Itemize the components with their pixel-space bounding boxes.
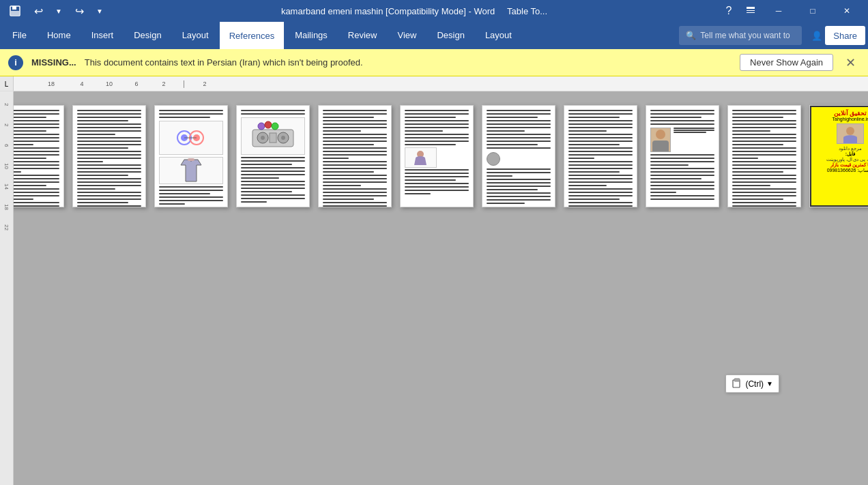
page-6-content	[401, 106, 473, 207]
svg-rect-11	[188, 158, 194, 161]
page-2[interactable]	[72, 105, 146, 207]
page-8-content	[564, 106, 637, 207]
page-5-text	[323, 110, 387, 207]
tab-layout[interactable]: Layout	[173, 22, 218, 49]
svg-point-16	[281, 136, 285, 140]
tab-title-text: Table To...	[507, 6, 547, 16]
tab-mailings[interactable]: Mailings	[285, 22, 337, 49]
title-text: kamarband emeni mashin [Compatibility Mo…	[281, 6, 495, 16]
ad-photo-svg	[838, 124, 863, 143]
svg-rect-24	[734, 379, 740, 381]
tab-design[interactable]: Design	[124, 22, 171, 49]
ruler-corner[interactable]: L	[0, 76, 14, 91]
ribbon-search-box[interactable]: 🔍 Tell me what you want to	[679, 26, 802, 45]
gear-image	[249, 119, 297, 153]
svg-rect-3	[747, 7, 755, 9]
tab-layout2[interactable]: Layout	[476, 22, 521, 49]
page-6[interactable]	[400, 105, 474, 207]
page-7-text	[487, 110, 551, 205]
redo-icon[interactable]: ↪	[70, 1, 89, 20]
ctrl-paste-popup[interactable]: (Ctrl) ▼	[725, 374, 779, 393]
page-10[interactable]	[727, 105, 801, 207]
ribbon-display-icon[interactable]	[741, 1, 760, 20]
page-1[interactable]	[14, 105, 64, 207]
vruler-num-2: 2	[3, 115, 10, 135]
page-6-text-top	[405, 110, 469, 146]
search-placeholder: Tell me what you want to	[700, 31, 790, 40]
page-10-text	[732, 110, 796, 207]
tab-review[interactable]: Review	[338, 22, 387, 49]
page-9-text-top	[650, 110, 714, 126]
ctrl-dropdown-icon[interactable]: ▼	[766, 380, 773, 387]
page-9-text-bottom	[650, 154, 714, 201]
tab-references[interactable]: References	[220, 22, 284, 49]
page-9-content	[646, 106, 719, 207]
small-figure	[409, 149, 433, 166]
help-icon[interactable]: ?	[719, 1, 738, 20]
svg-point-20	[272, 123, 278, 130]
ad-site-label: تحقیق آنلاین	[814, 110, 868, 117]
svg-point-22	[846, 127, 854, 135]
figure-image	[171, 123, 212, 153]
page-11[interactable]: تحقیق آنلاین Tahghighonline.ir مرجع دانل…	[809, 105, 868, 207]
page-3-text-bottom	[159, 186, 223, 207]
search-icon: 🔍	[686, 31, 696, 40]
maximize-button[interactable]: □	[797, 0, 828, 22]
page-8[interactable]	[564, 105, 637, 207]
vruler-num-6: 18	[3, 196, 10, 217]
page-2-text	[77, 110, 141, 207]
tab-home[interactable]: Home	[38, 22, 81, 49]
document-canvas[interactable]: تحقیق آنلاین Tahghighonline.ir مرجع دانل…	[14, 91, 868, 485]
document-title: kamarband emeni mashin [Compatibility Mo…	[109, 6, 719, 16]
main-content-area: 2 2 6 10 14 18 22	[0, 91, 868, 485]
minimize-button[interactable]: ─	[763, 0, 794, 22]
svg-rect-1	[12, 6, 16, 10]
notification-missing-label: MISSING...	[31, 57, 76, 68]
notification-close-icon[interactable]: ✕	[841, 55, 860, 70]
clothing-figure	[177, 158, 205, 183]
page-7[interactable]	[482, 105, 555, 207]
page-3-text-top	[159, 110, 223, 119]
ad-image-area	[814, 123, 868, 144]
ad-header: تحقیق آنلاین Tahghighonline.ir	[814, 110, 868, 121]
ad-file-label: فایل:	[814, 151, 868, 157]
tab-insert[interactable]: Insert	[82, 22, 124, 49]
horizontal-ruler: L 18 4 10 6 2 │ 2	[0, 76, 868, 91]
customize-icon[interactable]: ▼	[90, 1, 109, 20]
pages-row: تحقیق آنلاین Tahghighonline.ir مرجع دانل…	[14, 105, 868, 207]
title-bar: ↩ ▼ ↪ ▼ kamarband emeni mashin [Compatib…	[0, 0, 868, 22]
ctrl-icon	[732, 377, 742, 390]
page-3[interactable]	[154, 105, 228, 207]
tab-file[interactable]: File	[3, 22, 36, 49]
page-7-content	[482, 106, 555, 207]
page-4-content	[237, 106, 309, 207]
ad-price-label: با کمترین قیمت بازار	[814, 162, 868, 168]
ribbon: File Home Insert Design Layout Reference…	[0, 22, 868, 49]
tab-view[interactable]: View	[388, 22, 426, 49]
undo-icon[interactable]: ↩	[29, 1, 48, 20]
svg-rect-4	[747, 10, 755, 11]
page-9[interactable]	[646, 105, 719, 207]
never-show-again-button[interactable]: Never Show Again	[740, 54, 833, 71]
notification-bar: i MISSING... This document contains text…	[0, 49, 868, 76]
vruler-num-5: 14	[3, 176, 10, 196]
ad-content: تحقیق آنلاین Tahghighonline.ir مرجع دانل…	[810, 106, 868, 207]
page-4-text-bottom	[241, 157, 305, 203]
ad-contact: واتساپ: 09981366626	[814, 168, 868, 173]
page-4-text-top	[241, 110, 305, 115]
page-1-text	[14, 110, 59, 207]
account-icon: 👤	[811, 31, 822, 41]
svg-point-18	[258, 123, 265, 130]
window-controls: ? ─ □ ✕	[719, 0, 863, 22]
save-icon[interactable]	[5, 1, 25, 20]
svg-rect-5	[747, 12, 755, 13]
page-10-content	[728, 106, 800, 207]
share-button[interactable]: Share	[825, 26, 865, 45]
close-button[interactable]: ✕	[831, 0, 863, 22]
page-4[interactable]	[236, 105, 310, 207]
title-bar-left: ↩ ▼ ↪ ▼	[5, 1, 109, 20]
tab-design2[interactable]: Design	[427, 22, 474, 49]
page-2-content	[73, 106, 145, 207]
page-5[interactable]	[318, 105, 392, 207]
undo-dropdown-icon[interactable]: ▼	[49, 1, 68, 20]
